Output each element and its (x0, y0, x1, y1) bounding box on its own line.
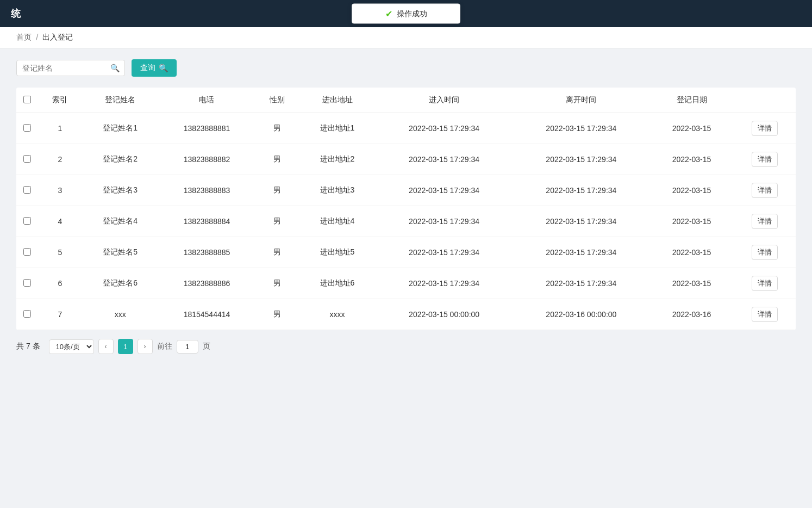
col-index: 索引 (38, 88, 82, 113)
cell-enter-time: 2022-03-15 17:29:34 (376, 268, 513, 299)
row-checkbox-cell (16, 299, 38, 330)
cell-enter-time: 2022-03-15 17:29:34 (376, 144, 513, 175)
cell-reg-date: 2022-03-15 (650, 206, 734, 237)
cell-index: 2 (38, 144, 82, 175)
detail-button[interactable]: 详情 (752, 121, 778, 136)
breadcrumb-current: 出入登记 (42, 33, 73, 42)
cell-address: 进出地址2 (299, 144, 376, 175)
cell-name: 登记姓名3 (82, 175, 159, 206)
col-address: 进出地址 (299, 88, 376, 113)
cell-address: xxxx (299, 299, 376, 330)
table-row: 5 登记姓名5 13823888885 男 进出地址5 2022-03-15 1… (16, 237, 796, 268)
cell-action: 详情 (734, 113, 796, 144)
next-page-button[interactable]: › (138, 339, 153, 354)
cell-phone: 13823888881 (159, 113, 255, 144)
row-checkbox[interactable] (23, 279, 31, 287)
col-leave-time: 离开时间 (513, 88, 649, 113)
cell-action: 详情 (734, 144, 796, 175)
cell-address: 进出地址5 (299, 237, 376, 268)
detail-button[interactable]: 详情 (752, 214, 778, 229)
cell-leave-time: 2022-03-15 17:29:34 (513, 237, 649, 268)
cell-action: 详情 (734, 299, 796, 330)
search-icon: 🔍 (110, 64, 120, 72)
cell-address: 进出地址6 (299, 268, 376, 299)
cell-reg-date: 2022-03-15 (650, 237, 734, 268)
cell-reg-date: 2022-03-16 (650, 299, 734, 330)
cell-leave-time: 2022-03-15 17:29:34 (513, 206, 649, 237)
breadcrumb-bar: 首页 / 出入登记 (0, 27, 812, 48)
prev-page-button[interactable]: ‹ (98, 339, 114, 354)
table-row: 6 登记姓名6 13823888886 男 进出地址6 2022-03-15 1… (16, 268, 796, 299)
cell-address: 进出地址1 (299, 113, 376, 144)
cell-index: 4 (38, 206, 82, 237)
goto-input[interactable] (177, 340, 198, 354)
search-input[interactable] (16, 60, 125, 76)
cell-leave-time: 2022-03-15 17:29:34 (513, 175, 649, 206)
page-size-select[interactable]: 10条/页20条/页50条/页 (49, 339, 94, 354)
cell-name: 登记姓名6 (82, 268, 159, 299)
cell-gender: 男 (255, 175, 299, 206)
detail-button[interactable]: 详情 (752, 245, 778, 260)
table-row: 4 登记姓名4 13823888884 男 进出地址4 2022-03-15 1… (16, 206, 796, 237)
cell-leave-time: 2022-03-16 00:00:00 (513, 299, 649, 330)
cell-action: 详情 (734, 206, 796, 237)
cell-action: 详情 (734, 268, 796, 299)
current-page[interactable]: 1 (118, 339, 133, 354)
cell-index: 3 (38, 175, 82, 206)
cell-enter-time: 2022-03-15 17:29:34 (376, 113, 513, 144)
toast-notification: ✔ 操作成功 (352, 4, 460, 24)
query-button-icon: 🔍 (159, 64, 168, 72)
search-bar: 🔍 查询 🔍 (16, 59, 796, 77)
cell-address: 进出地址4 (299, 206, 376, 237)
detail-button[interactable]: 详情 (752, 152, 778, 167)
table-row: 1 登记姓名1 13823888881 男 进出地址1 2022-03-15 1… (16, 113, 796, 144)
cell-leave-time: 2022-03-15 17:29:34 (513, 113, 649, 144)
row-checkbox[interactable] (23, 155, 31, 163)
row-checkbox[interactable] (23, 310, 31, 318)
cell-leave-time: 2022-03-15 17:29:34 (513, 268, 649, 299)
col-gender: 性别 (255, 88, 299, 113)
pagination-total: 共 7 条 (16, 342, 40, 351)
col-reg-date: 登记日期 (650, 88, 734, 113)
row-checkbox[interactable] (23, 217, 31, 225)
detail-button[interactable]: 详情 (752, 276, 778, 291)
col-phone: 电话 (159, 88, 255, 113)
cell-name: xxx (82, 299, 159, 330)
header-title: 统 (11, 7, 21, 20)
cell-reg-date: 2022-03-15 (650, 144, 734, 175)
detail-button[interactable]: 详情 (752, 183, 778, 198)
cell-index: 5 (38, 237, 82, 268)
row-checkbox-cell (16, 144, 38, 175)
col-enter-time: 进入时间 (376, 88, 513, 113)
select-all-checkbox[interactable] (23, 96, 31, 103)
cell-phone: 18154544414 (159, 299, 255, 330)
cell-reg-date: 2022-03-15 (650, 175, 734, 206)
table-header: 索引 登记姓名 电话 性别 进出地址 进入时间 离开时间 登记日期 (16, 88, 796, 113)
breadcrumb-home[interactable]: 首页 (16, 33, 32, 42)
row-checkbox-cell (16, 206, 38, 237)
row-checkbox[interactable] (23, 186, 31, 194)
col-action (734, 88, 796, 113)
cell-gender: 男 (255, 113, 299, 144)
main-content: 🔍 查询 🔍 索引 登记姓名 电话 性别 进出地址 进入时间 离开时间 (0, 48, 812, 374)
cell-name: 登记姓名2 (82, 144, 159, 175)
cell-phone: 13823888883 (159, 175, 255, 206)
data-table: 索引 登记姓名 电话 性别 进出地址 进入时间 离开时间 登记日期 1 登记姓名… (16, 88, 796, 330)
detail-button[interactable]: 详情 (752, 307, 778, 322)
breadcrumb-separator: / (36, 33, 38, 42)
goto-label: 前往 (157, 342, 172, 351)
cell-gender: 男 (255, 237, 299, 268)
cell-enter-time: 2022-03-15 17:29:34 (376, 206, 513, 237)
cell-action: 详情 (734, 237, 796, 268)
row-checkbox[interactable] (23, 124, 31, 132)
cell-phone: 13823888882 (159, 144, 255, 175)
row-checkbox[interactable] (23, 248, 31, 256)
table-row: 3 登记姓名3 13823888883 男 进出地址3 2022-03-15 1… (16, 175, 796, 206)
cell-action: 详情 (734, 175, 796, 206)
query-button[interactable]: 查询 🔍 (132, 59, 177, 77)
header-checkbox-cell (16, 88, 38, 113)
query-button-label: 查询 (140, 63, 155, 73)
cell-name: 登记姓名1 (82, 113, 159, 144)
cell-enter-time: 2022-03-15 17:29:34 (376, 237, 513, 268)
table-wrapper: 索引 登记姓名 电话 性别 进出地址 进入时间 离开时间 登记日期 1 登记姓名… (16, 88, 796, 330)
